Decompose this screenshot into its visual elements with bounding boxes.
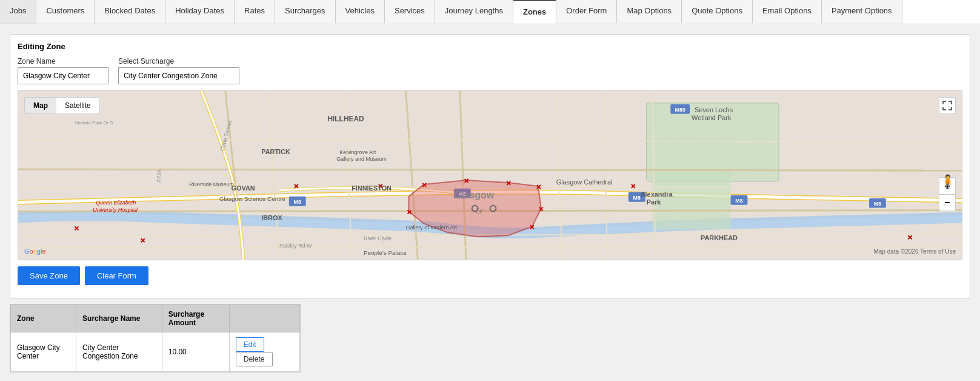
google-logo: Google: [24, 248, 46, 255]
tab-journey-lengths[interactable]: Journey Lengths: [435, 0, 513, 24]
table-cell-zone: Glasgow City Center: [11, 332, 76, 372]
table-header-zone: Zone: [11, 305, 76, 332]
table-header-surcharge-amount: Surcharge Amount: [162, 305, 229, 332]
table-cell-surcharge-amount: 10.00: [162, 332, 229, 372]
table-header-actions: [229, 305, 299, 332]
panel-title: Editing Zone: [18, 42, 962, 51]
zones-table: Zone Surcharge Name Surcharge Amount Gla…: [10, 305, 300, 372]
surcharge-input[interactable]: [118, 67, 239, 84]
svg-text:Park: Park: [647, 198, 662, 206]
table-header-surcharge-name: Surcharge Name: [76, 305, 162, 332]
editing-zone-panel: Editing Zone Zone Name Select Surcharge: [10, 34, 970, 299]
svg-text:River Clyde: River Clyde: [364, 235, 392, 241]
tab-payment-options[interactable]: Payment Options: [822, 0, 902, 24]
map-attribution: Map data ©2020 Terms of Use: [873, 248, 956, 255]
svg-text:Seven Lochs: Seven Lochs: [695, 106, 733, 113]
map-type-controls: Map Satellite: [24, 97, 100, 114]
svg-text:Glasgow Science Centre: Glasgow Science Centre: [219, 195, 286, 202]
svg-text:Kelvingrove Art: Kelvingrove Art: [339, 149, 376, 155]
surcharge-label: Select Surcharge: [118, 57, 239, 66]
edit-zone-button[interactable]: Edit: [236, 337, 264, 352]
tab-jobs[interactable]: Jobs: [0, 0, 36, 24]
svg-text:M8: M8: [735, 198, 742, 204]
tab-email-options[interactable]: Email Options: [753, 0, 822, 24]
svg-text:Gallery and Museum: Gallery and Museum: [336, 156, 386, 162]
tab-services[interactable]: Services: [385, 0, 435, 24]
tab-order-form[interactable]: Order Form: [556, 0, 617, 24]
main-content: Editing Zone Zone Name Select Surcharge: [0, 24, 980, 381]
map-type-satellite-button[interactable]: Satellite: [56, 98, 99, 113]
svg-text:People's Palace: People's Palace: [364, 249, 407, 256]
tab-surcharges[interactable]: Surcharges: [275, 0, 335, 24]
svg-rect-3: [653, 169, 731, 229]
map-type-map-button[interactable]: Map: [25, 98, 56, 113]
street-view-icon[interactable]: 🧍: [939, 174, 956, 190]
svg-text:Gallery of Modern Art: Gallery of Modern Art: [406, 224, 458, 231]
action-buttons: Save Zone Clear Form: [18, 260, 962, 291]
zone-name-group: Zone Name: [18, 57, 108, 84]
svg-text:☞: ☞: [475, 205, 485, 217]
svg-text:Queen Elizabeth: Queen Elizabeth: [96, 200, 136, 206]
surcharge-group: Select Surcharge: [118, 57, 239, 84]
svg-text:Riverside Museum: Riverside Museum: [189, 181, 234, 187]
map-fullscreen-button[interactable]: [939, 97, 956, 114]
clear-form-button[interactable]: Clear Form: [85, 266, 148, 285]
svg-text:Glasgow: Glasgow: [454, 190, 495, 200]
tab-blocked-dates[interactable]: Blocked Dates: [95, 0, 165, 24]
table-cell-surcharge-name: City Center Congestion Zone: [76, 332, 162, 372]
svg-text:Wetland Park: Wetland Park: [692, 114, 732, 121]
table-cell-actions: Edit Delete: [229, 332, 299, 372]
svg-text:Glasgow Cathedral: Glasgow Cathedral: [556, 178, 613, 186]
zone-name-input[interactable]: [18, 67, 108, 84]
svg-text:M80: M80: [675, 107, 685, 113]
svg-text:FINNIESTON: FINNIESTON: [352, 184, 392, 192]
map-container[interactable]: M8 M8 M8 M8 M8 M80 A814: [18, 90, 962, 260]
tab-holiday-dates[interactable]: Holiday Dates: [165, 0, 235, 24]
map-svg: M8 M8 M8 M8 M8 M80 A814: [18, 91, 962, 260]
svg-text:Victoria Park Dr S: Victoria Park Dr S: [75, 120, 113, 126]
zone-name-label: Zone Name: [18, 57, 108, 66]
form-row: Zone Name Select Surcharge: [18, 57, 962, 84]
svg-text:Paisley Rd W: Paisley Rd W: [279, 243, 312, 249]
tab-bar: Jobs Customers Blocked Dates Holiday Dat…: [0, 0, 980, 24]
svg-text:Alexandra: Alexandra: [641, 190, 673, 198]
table-row: Glasgow City Center City Center Congesti…: [11, 332, 300, 372]
zones-table-container: Zone Surcharge Name Surcharge Amount Gla…: [10, 304, 301, 373]
svg-text:HILLHEAD: HILLHEAD: [327, 115, 364, 123]
tab-map-options[interactable]: Map Options: [617, 0, 682, 24]
svg-text:PARTICK: PARTICK: [261, 148, 290, 155]
svg-text:PARKHEAD: PARKHEAD: [701, 234, 738, 241]
tab-quote-options[interactable]: Quote Options: [682, 0, 753, 24]
svg-text:M8: M8: [294, 199, 301, 205]
svg-text:M8: M8: [874, 201, 881, 207]
tab-rates[interactable]: Rates: [235, 0, 275, 24]
map-zoom-out-button[interactable]: −: [939, 194, 956, 211]
tab-customers[interactable]: Customers: [36, 0, 95, 24]
svg-text:IBROX: IBROX: [261, 214, 282, 221]
svg-text:A739: A739: [155, 169, 162, 183]
svg-text:M8: M8: [633, 195, 641, 201]
svg-text:University Hospital: University Hospital: [93, 207, 138, 213]
tab-zones[interactable]: Zones: [513, 0, 556, 24]
tab-vehicles[interactable]: Vehicles: [336, 0, 385, 24]
svg-text:GOVAN: GOVAN: [232, 184, 255, 192]
delete-zone-button[interactable]: Delete: [236, 352, 273, 366]
save-zone-button[interactable]: Save Zone: [18, 266, 80, 285]
